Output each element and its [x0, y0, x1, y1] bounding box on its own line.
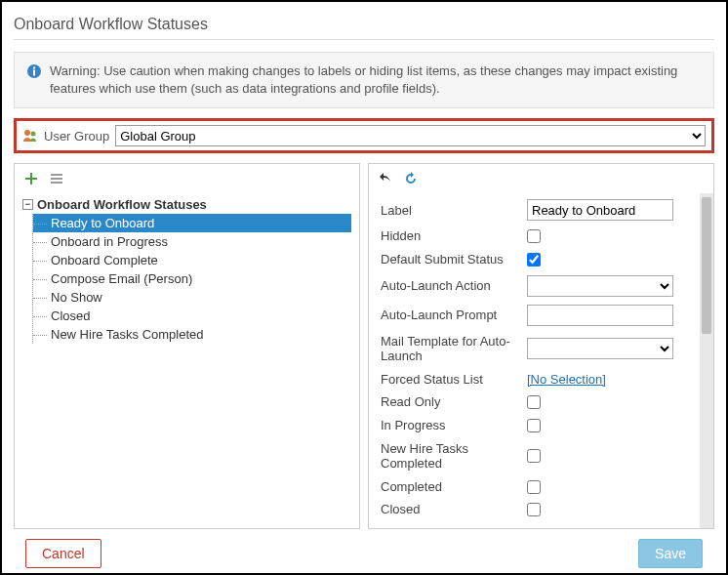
in-progress-checkbox[interactable] [527, 419, 541, 432]
tree-item-closed[interactable]: Closed [33, 307, 351, 325]
hidden-label: Hidden [381, 228, 517, 244]
auto-launch-action-select[interactable] [527, 275, 673, 297]
closed-label: Closed [381, 502, 517, 517]
undo-button[interactable] [377, 170, 394, 187]
tree-item-onboard-complete[interactable]: Onboard Complete [33, 251, 351, 269]
tree-item-no-show[interactable]: No Show [33, 288, 351, 307]
svg-rect-7 [51, 174, 62, 176]
refresh-button[interactable] [402, 170, 420, 187]
cancel-button[interactable]: Cancel [25, 539, 101, 568]
auto-launch-prompt-label: Auto-Launch Prompt [381, 308, 517, 323]
tree-item-new-hire-tasks[interactable]: New Hire Tasks Completed [33, 325, 351, 344]
completed-checkbox[interactable] [527, 480, 541, 494]
hidden-checkbox[interactable] [527, 229, 541, 243]
manage-button[interactable] [48, 170, 65, 187]
user-group-row: User Group Global Group [14, 118, 714, 153]
read-only-checkbox[interactable] [527, 395, 541, 409]
forced-status-link[interactable]: [No Selection] [527, 372, 606, 387]
mail-template-select[interactable] [527, 338, 673, 359]
users-icon [22, 128, 38, 144]
user-group-select[interactable]: Global Group [115, 125, 706, 146]
auto-launch-prompt-input[interactable] [527, 305, 673, 326]
completed-label: Completed [381, 479, 517, 495]
label-input[interactable] [527, 199, 673, 221]
page-title: Onboard Workflow Statuses [14, 10, 714, 40]
in-progress-label: In Progress [381, 418, 517, 433]
tree-panel: − Onboard Workflow Statuses Ready to Onb… [14, 163, 360, 529]
new-hire-tasks-checkbox[interactable] [527, 449, 541, 463]
tree-item-compose-email[interactable]: Compose Email (Person) [33, 269, 351, 288]
scrollbar[interactable] [700, 193, 713, 528]
read-only-label: Read Only [381, 394, 517, 410]
svg-point-3 [24, 130, 30, 136]
label-field-label: Label [381, 203, 517, 219]
tree-item-ready-to-onboard[interactable]: Ready to Onboard [33, 214, 351, 232]
info-icon [26, 63, 42, 79]
status-tree: − Onboard Workflow Statuses Ready to Onb… [15, 193, 359, 351]
svg-rect-1 [33, 70, 35, 76]
tree-item-onboard-in-progress[interactable]: Onboard in Progress [33, 232, 351, 251]
svg-point-4 [31, 132, 36, 137]
user-group-label: User Group [44, 129, 109, 144]
svg-rect-8 [51, 178, 62, 180]
auto-launch-action-label: Auto-Launch Action [381, 278, 517, 294]
mail-template-label: Mail Template for Auto-Launch [381, 334, 517, 364]
scrollbar-thumb[interactable] [702, 197, 711, 334]
svg-rect-6 [25, 178, 37, 180]
closed-checkbox[interactable] [527, 503, 541, 516]
default-submit-checkbox[interactable] [527, 253, 541, 267]
forced-status-label: Forced Status List [381, 372, 517, 388]
warning-banner: Warning: Use caution when making changes… [14, 52, 714, 108]
tree-collapse-icon[interactable]: − [22, 199, 33, 210]
tree-root-label: Onboard Workflow Statuses [37, 197, 207, 212]
default-submit-label: Default Submit Status [381, 252, 517, 267]
save-button[interactable]: Save [638, 539, 703, 568]
new-hire-tasks-label: New Hire Tasks Completed [381, 441, 517, 472]
detail-panel: Label Hidden Default Submit Status Auto-… [368, 163, 714, 529]
svg-rect-2 [33, 67, 35, 69]
warning-text: Warning: Use caution when making changes… [50, 62, 702, 98]
svg-rect-9 [51, 182, 62, 184]
add-button[interactable] [22, 170, 40, 187]
